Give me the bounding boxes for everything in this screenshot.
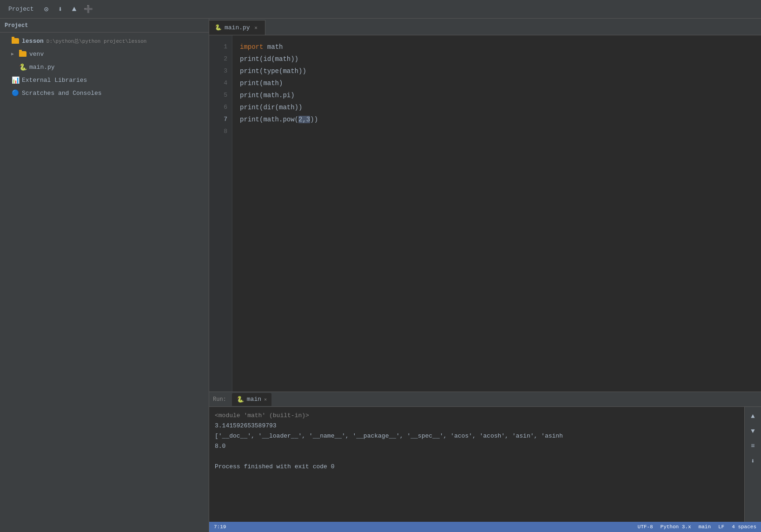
toolbar-icon-2[interactable]: ⬇ (55, 4, 66, 14)
line-num-1: 1 (209, 41, 232, 53)
lesson-label: lesson (22, 38, 44, 45)
line-numbers: 1 2 3 4 5 6 7 8 (209, 35, 232, 392)
sidebar-item-lesson[interactable]: lesson D:\python总\python project\lesson (0, 34, 209, 47)
console-tab-label: main (247, 396, 261, 403)
scratches-icon: 🔵 (11, 89, 20, 97)
status-run-config[interactable]: main (699, 524, 711, 530)
scroll-up-button[interactable]: ▲ (748, 411, 759, 422)
toolbar-icon-3[interactable]: ▲ (69, 4, 79, 14)
console-line-4: 8.0 (215, 441, 739, 452)
status-line-endings[interactable]: LF (718, 524, 724, 530)
line-num-7: 7 (209, 113, 232, 126)
main-layout: Project lesson D:\python总\python project… (0, 19, 761, 532)
code-line-5: print(math.pi) (240, 89, 754, 101)
line-num-2: 2 (209, 53, 232, 65)
external-label: External Libraries (22, 77, 87, 84)
console-tab-icon: 🐍 (237, 396, 244, 403)
console-line-2: 3.141592653589793 (215, 421, 739, 431)
status-right: UTF-8 Python 3.x main LF 4 spaces (638, 524, 756, 530)
sidebar: Project lesson D:\python总\python project… (0, 19, 209, 532)
venv-folder-icon (19, 50, 27, 58)
status-bar: 7:19 UTF-8 Python 3.x main LF 4 spaces (209, 522, 761, 532)
status-position: 7:19 (214, 524, 226, 530)
code-line-3: print(type(math)) (240, 65, 754, 77)
status-python[interactable]: Python 3.x (661, 524, 691, 530)
scroll-down-button[interactable]: ▼ (748, 426, 759, 437)
line-num-6: 6 (209, 101, 232, 113)
console-side-buttons: ▲ ▼ ≡ ⬇ (744, 407, 761, 522)
lesson-path: D:\python总\python project\lesson (46, 38, 147, 45)
code-line-8 (240, 126, 754, 138)
sidebar-content: lesson D:\python总\python project\lesson … (0, 33, 209, 532)
external-icon: 📊 (11, 76, 20, 84)
project-menu[interactable]: Project (5, 4, 38, 14)
tab-close-button[interactable]: ✕ (253, 25, 259, 31)
code-line-2: print(id(math)) (240, 53, 754, 65)
tab-label: main.py (225, 24, 250, 31)
sidebar-title: Project (5, 22, 28, 29)
sidebar-item-scratches[interactable]: 🔵 Scratches and Consoles (0, 86, 209, 100)
sidebar-item-venv[interactable]: ▶ venv (0, 47, 209, 60)
bottom-layout: <module 'math' (built-in)> 3.14159265358… (209, 407, 761, 522)
sidebar-header: Project (0, 19, 209, 33)
scratches-label: Scratches and Consoles (22, 90, 102, 97)
sidebar-item-mainpy[interactable]: 🐍 main.py (0, 60, 209, 73)
line-num-3: 3 (209, 65, 232, 77)
console-tab-main[interactable]: 🐍 main ✕ (232, 393, 271, 406)
run-label: Run: (213, 396, 226, 403)
console-output[interactable]: <module 'math' (built-in)> 3.14159265358… (209, 407, 744, 522)
bottom-tab-bar: Run: 🐍 main ✕ (209, 392, 761, 407)
venv-arrow: ▶ (11, 51, 19, 57)
code-content[interactable]: import math print(id(math)) print(type(m… (232, 35, 761, 392)
console-line-3: ['__doc__', '__loader__', '__name__', '_… (215, 431, 739, 441)
bottom-panel: Run: 🐍 main ✕ <module 'math' (built-in)>… (209, 392, 761, 522)
mainpy-label: main.py (29, 64, 55, 71)
console-tab-close[interactable]: ✕ (264, 397, 267, 402)
console-line-5 (215, 452, 739, 462)
code-line-6: print(dir(math)) (240, 101, 754, 113)
code-line-1: import math (240, 41, 754, 53)
console-line-6: Process finished with exit code 0 (215, 462, 739, 472)
save-output-button[interactable]: ⬇ (748, 455, 759, 466)
tab-py-icon: 🐍 (215, 24, 222, 31)
code-line-7: print(math.pow(2,3)) (240, 113, 754, 126)
console-line-1: <module 'math' (built-in)> (215, 411, 739, 421)
py-file-icon: 🐍 (19, 63, 27, 71)
status-indent[interactable]: 4 spaces (732, 524, 756, 530)
tab-mainpy[interactable]: 🐍 main.py ✕ (209, 20, 265, 35)
toolbar-icon-4[interactable]: ➕ (83, 4, 93, 14)
editor-area: 🐍 main.py ✕ 1 2 3 4 5 6 7 8 (209, 19, 761, 392)
toolbar-icon-1[interactable]: ⊙ (41, 4, 52, 14)
toolbar: Project ⊙ ⬇ ▲ ➕ (0, 0, 761, 19)
tab-bar: 🐍 main.py ✕ (209, 19, 761, 35)
status-encoding[interactable]: UTF-8 (638, 524, 653, 530)
wrap-button[interactable]: ≡ (748, 440, 759, 452)
code-line-4: print(math) (240, 77, 754, 89)
folder-icon (11, 37, 20, 45)
venv-label: venv (29, 51, 44, 58)
line-num-8: 8 (209, 126, 232, 138)
line-num-4: 4 (209, 77, 232, 89)
sidebar-item-external[interactable]: 📊 External Libraries (0, 73, 209, 86)
line-num-5: 5 (209, 89, 232, 101)
code-editor[interactable]: 1 2 3 4 5 6 7 8 import math print(id(mat… (209, 35, 761, 392)
